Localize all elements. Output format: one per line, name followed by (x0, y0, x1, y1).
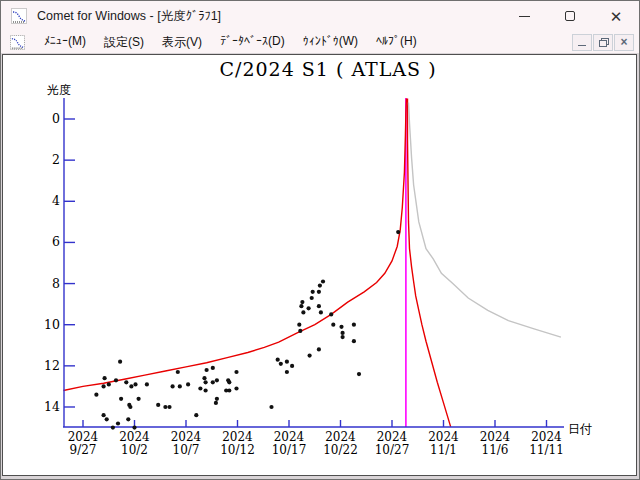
observation-point (202, 376, 206, 380)
observation-point (103, 376, 107, 380)
observation-point (215, 378, 219, 382)
observation-point (329, 312, 333, 316)
y-tick-label: 10 (20, 317, 60, 333)
observation-point (167, 405, 171, 409)
maximize-button[interactable] (547, 1, 593, 31)
observation-point (105, 417, 109, 421)
observation-point (114, 378, 118, 382)
x-tick-label: 202411/6 (469, 431, 521, 457)
menu-item-view[interactable]: 表示(V) (153, 32, 211, 53)
observation-point (118, 360, 122, 364)
mdi-restore-icon (599, 38, 608, 46)
x-tick-label: 202410/22 (315, 431, 367, 457)
mdi-minimize-button[interactable] (572, 34, 592, 51)
menu-bar: ﾒﾆｭｰ(M)設定(S)表示(V)ﾃﾞｰﾀﾍﾞｰｽ(D)ｳｨﾝﾄﾞｳ(W)ﾍﾙﾌ… (1, 31, 639, 53)
observation-point (126, 417, 130, 421)
observation-point (133, 382, 137, 386)
menu-item-menu[interactable]: ﾒﾆｭｰ(M) (35, 32, 95, 53)
chart-canvas: C/2024 S1 ( ATLAS ) 光度 日付 02468101214202… (1, 1, 640, 480)
observation-point (156, 403, 160, 407)
observation-point (341, 335, 345, 339)
mdi-window-buttons: × (572, 34, 634, 51)
observation-point (102, 413, 106, 417)
window-title: Comet for Windows - [光度ｸﾞﾗﾌ1] (37, 8, 221, 25)
menu-item-help[interactable]: ﾍﾙﾌﾟ(H) (367, 32, 426, 53)
observation-point (178, 384, 182, 388)
observation-point (145, 382, 149, 386)
observation-point (226, 378, 230, 382)
observation-point (276, 358, 280, 362)
observation-point (331, 323, 335, 327)
observation-point (224, 388, 228, 392)
observation-point (357, 372, 361, 376)
y-tick-label: 8 (20, 276, 60, 292)
observation-point (227, 388, 231, 392)
x-tick-label: 202411/1 (418, 431, 470, 457)
y-tick-label: 14 (20, 399, 60, 415)
chart-title: C/2024 S1 ( ATLAS ) (168, 58, 488, 80)
observation-point (352, 323, 356, 327)
x-tick-label: 202410/27 (366, 431, 418, 457)
curve-alternate-post-perihelion (409, 103, 561, 338)
observation-point (317, 290, 321, 294)
observation-point (321, 279, 325, 283)
observation-point (234, 370, 238, 374)
observation-point (132, 426, 136, 430)
observation-point (341, 331, 345, 335)
observation-point (319, 310, 323, 314)
observation-point (308, 354, 312, 358)
observation-point (285, 360, 289, 364)
mdi-restore-button[interactable] (593, 34, 613, 51)
observation-point (186, 382, 190, 386)
menu-item-window[interactable]: ｳｨﾝﾄﾞｳ(W) (294, 32, 367, 53)
x-tick-label: 20249/27 (57, 431, 109, 457)
observation-point (128, 405, 132, 409)
mdi-close-icon: × (620, 36, 627, 48)
x-tick-label: 202410/17 (263, 431, 315, 457)
observation-point (227, 380, 231, 384)
menu-item-settings[interactable]: 設定(S) (95, 32, 153, 53)
observation-point (339, 325, 343, 329)
observation-point (211, 380, 215, 384)
observation-point (171, 384, 175, 388)
observation-point (127, 403, 131, 407)
observation-point (318, 284, 322, 288)
minimize-button[interactable] (501, 1, 547, 31)
observation-point (279, 362, 283, 366)
minimize-icon (519, 16, 530, 17)
light-curve-plot (1, 1, 640, 480)
observation-point (234, 386, 238, 390)
observation-point (176, 370, 180, 374)
close-button[interactable]: ✕ (593, 1, 639, 31)
observation-point (269, 405, 273, 409)
x-tick-label: 202410/12 (212, 431, 264, 457)
observation-point (311, 290, 315, 294)
observation-point (137, 397, 141, 401)
observation-point (129, 384, 133, 388)
observation-point (297, 323, 301, 327)
observation-point (301, 310, 305, 314)
app-light-curve-icon (11, 8, 27, 24)
y-axis-label: 光度 (47, 82, 71, 99)
title-bar: Comet for Windows - [光度ｸﾞﾗﾌ1] ✕ (1, 1, 639, 31)
y-tick-label: 2 (20, 152, 60, 168)
observation-point (102, 384, 106, 388)
observation-point (124, 380, 128, 384)
observation-point (163, 405, 167, 409)
observation-point (310, 296, 314, 300)
menu-item-database[interactable]: ﾃﾞｰﾀﾍﾞｰｽ(D) (211, 32, 294, 53)
observation-point (119, 397, 123, 401)
mdi-close-button[interactable]: × (614, 34, 634, 51)
observation-point (299, 304, 303, 308)
observation-point (300, 300, 304, 304)
observation-point (205, 368, 209, 372)
observation-point (94, 393, 98, 397)
caption-buttons: ✕ (501, 1, 639, 31)
y-tick-label: 12 (20, 358, 60, 374)
curve-predicted-post-perihelion (408, 98, 451, 427)
y-tick-label: 6 (20, 234, 60, 250)
mdi-minimize-icon (578, 45, 586, 46)
observation-point (352, 339, 356, 343)
observation-point (116, 421, 120, 425)
maximize-icon (565, 11, 575, 21)
